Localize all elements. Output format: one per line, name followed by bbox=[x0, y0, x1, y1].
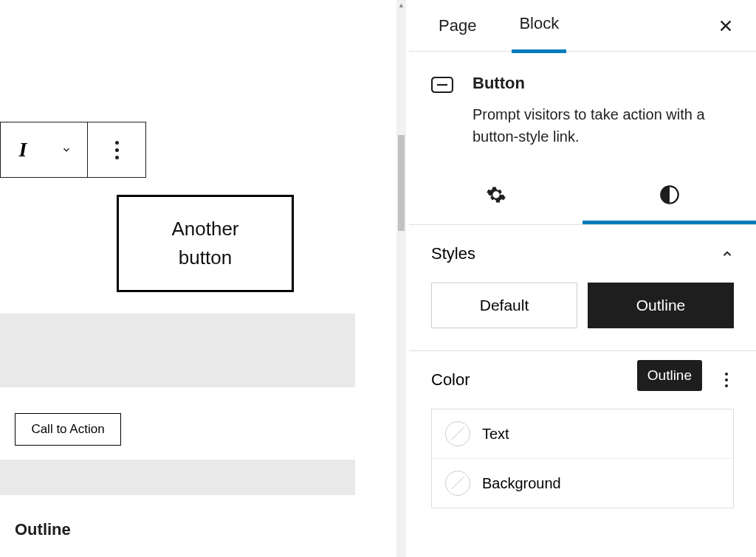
color-swatch-none-icon bbox=[445, 421, 470, 446]
block-toolbar: I bbox=[0, 122, 146, 178]
toolbar-italic[interactable]: I bbox=[1, 122, 45, 177]
tab-page[interactable]: Page bbox=[431, 0, 484, 52]
canvas-cta-button[interactable]: Call to Action bbox=[15, 413, 121, 446]
gear-icon bbox=[486, 184, 506, 205]
toolbar-options[interactable] bbox=[88, 122, 145, 177]
subtab-settings[interactable] bbox=[409, 168, 583, 224]
style-options: Default Outline bbox=[431, 283, 734, 350]
styles-heading: Styles bbox=[431, 244, 475, 263]
subtab-appearance[interactable] bbox=[583, 168, 756, 224]
block-type-description: Prompt visitors to take action with a bu… bbox=[472, 103, 734, 148]
chevron-down-icon bbox=[61, 145, 72, 155]
color-heading: Color bbox=[431, 370, 470, 390]
canvas-spacer-2 bbox=[0, 460, 355, 495]
close-sidebar-button[interactable] bbox=[718, 16, 734, 39]
canvas-button-text-line1: Another bbox=[171, 215, 238, 243]
style-option-outline[interactable]: Outline bbox=[588, 283, 734, 328]
editor-canvas[interactable]: I Another button Call to Action Outline … bbox=[0, 0, 396, 557]
color-swatch-none-icon bbox=[445, 471, 470, 496]
canvas-button-text-line2: button bbox=[179, 243, 232, 272]
color-panel-header: Color bbox=[409, 351, 756, 409]
block-type-icon-wrap bbox=[431, 74, 453, 148]
more-options-icon bbox=[115, 141, 119, 159]
editor-scrollbar[interactable]: ▲ bbox=[396, 0, 406, 557]
tab-block[interactable]: Block bbox=[512, 0, 566, 53]
button-block-icon bbox=[431, 77, 453, 93]
color-options-menu[interactable] bbox=[719, 367, 734, 393]
toolbar-more-format[interactable] bbox=[45, 122, 88, 177]
style-option-default[interactable]: Default bbox=[431, 283, 577, 328]
color-label-text: Text bbox=[482, 426, 509, 443]
style-tooltip: Outline bbox=[637, 360, 702, 391]
settings-subtabs bbox=[409, 168, 756, 225]
appearance-icon bbox=[659, 184, 680, 205]
canvas-button-outline[interactable]: Another button bbox=[117, 195, 294, 292]
color-row-text[interactable]: Text bbox=[432, 409, 733, 458]
color-label-background: Background bbox=[482, 475, 561, 492]
color-panel: Text Background bbox=[431, 409, 734, 508]
canvas-cta-label: Call to Action bbox=[31, 422, 104, 437]
styles-panel-toggle[interactable]: Styles bbox=[431, 225, 734, 283]
close-icon bbox=[718, 18, 734, 34]
chevron-up-icon bbox=[721, 247, 734, 260]
styles-panel: Styles Default Outline bbox=[409, 225, 756, 350]
color-row-background[interactable]: Background bbox=[432, 458, 733, 508]
settings-sidebar: Page Block Button Prompt visitors to tak… bbox=[409, 0, 756, 557]
canvas-section-heading: Outline bbox=[15, 520, 71, 539]
canvas-spacer bbox=[0, 314, 355, 387]
italic-icon: I bbox=[19, 138, 27, 162]
scrollbar-thumb[interactable] bbox=[398, 135, 405, 231]
scrollbar-up-icon[interactable]: ▲ bbox=[396, 0, 406, 10]
sidebar-tabs: Page Block bbox=[409, 0, 756, 52]
block-type-title: Button bbox=[472, 74, 734, 93]
block-header: Button Prompt visitors to take action wi… bbox=[409, 52, 756, 168]
